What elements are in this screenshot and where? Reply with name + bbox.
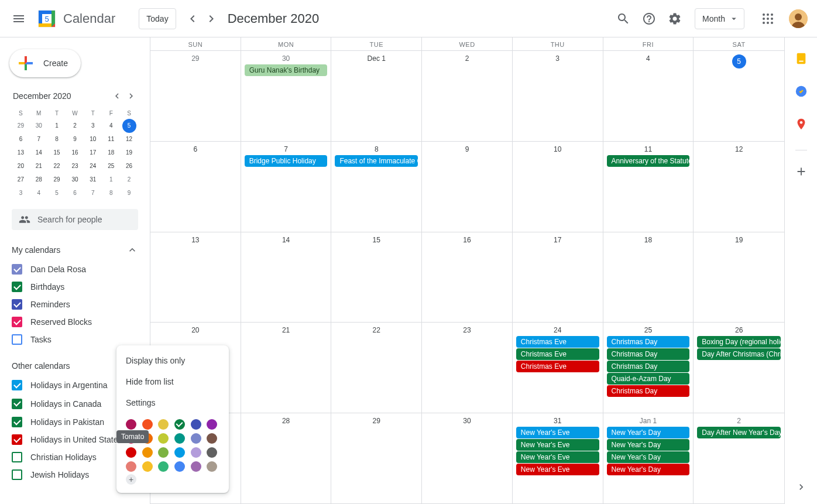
- day-cell[interactable]: 25Christmas DayChristmas DayChristmas Da…: [603, 323, 694, 413]
- calendar-checkbox[interactable]: [12, 417, 22, 427]
- calendar-checkbox[interactable]: [12, 282, 22, 292]
- day-number[interactable]: 12: [695, 143, 783, 155]
- collapse-panel-button[interactable]: [795, 481, 807, 495]
- mini-day-cell[interactable]: 3: [12, 186, 30, 200]
- event-chip[interactable]: Boxing Day (regional holiday): [697, 336, 781, 348]
- day-cell[interactable]: 26Boxing Day (regional holiday)Day After…: [694, 323, 784, 413]
- mini-day-cell[interactable]: 5: [48, 186, 66, 200]
- day-cell[interactable]: 22: [331, 323, 422, 413]
- maps-button[interactable]: [789, 112, 813, 136]
- day-number[interactable]: 24: [514, 324, 602, 335]
- day-number[interactable]: 26: [695, 324, 783, 335]
- mini-day-cell[interactable]: 23: [66, 159, 84, 173]
- day-number[interactable]: 9: [423, 143, 511, 155]
- event-chip[interactable]: New Year's Day: [607, 439, 690, 451]
- day-cell[interactable]: 18: [603, 232, 694, 323]
- color-swatch[interactable]: [126, 419, 136, 430]
- day-number[interactable]: 4: [605, 52, 692, 64]
- color-swatch[interactable]: [207, 447, 217, 458]
- mini-day-cell[interactable]: 7: [30, 132, 48, 146]
- context-menu-item[interactable]: Display this only: [116, 350, 229, 371]
- color-swatch[interactable]: [142, 461, 153, 472]
- mini-day-cell[interactable]: 15: [48, 146, 66, 159]
- day-number[interactable]: 29: [152, 52, 239, 64]
- day-number[interactable]: 6: [152, 143, 239, 155]
- day-cell[interactable]: 21: [241, 323, 332, 413]
- event-chip[interactable]: New Year's Eve: [516, 464, 599, 475]
- calendar-item[interactable]: Reserved Blocks: [12, 313, 138, 331]
- mini-day-cell[interactable]: 11: [102, 132, 120, 146]
- mini-day-cell[interactable]: 7: [84, 186, 102, 200]
- day-cell[interactable]: 11Anniversary of the Statute of Westmins…: [603, 142, 694, 232]
- color-swatch[interactable]: [191, 433, 201, 444]
- event-chip[interactable]: Anniversary of the Statute of Westminste…: [607, 155, 690, 167]
- day-cell[interactable]: 16: [422, 232, 513, 323]
- mini-day-cell[interactable]: 30: [66, 173, 84, 186]
- day-cell[interactable]: 3: [513, 51, 603, 141]
- mini-day-cell[interactable]: 21: [30, 159, 48, 173]
- search-people-input[interactable]: Search for people: [12, 209, 138, 230]
- add-color-button[interactable]: +: [126, 474, 136, 485]
- event-chip[interactable]: New Year's Day: [607, 451, 690, 463]
- color-swatch[interactable]: [174, 433, 185, 444]
- mini-day-cell[interactable]: 29: [12, 119, 30, 132]
- event-chip[interactable]: New Year's Eve: [516, 451, 599, 463]
- color-swatch[interactable]: [207, 419, 217, 430]
- day-cell[interactable]: 19: [694, 232, 784, 323]
- day-number[interactable]: 18: [605, 234, 692, 245]
- color-swatch[interactable]: [191, 447, 201, 458]
- day-number[interactable]: 23: [423, 324, 511, 335]
- google-apps-button[interactable]: [756, 7, 780, 30]
- color-swatch[interactable]: [158, 461, 169, 472]
- day-cell[interactable]: 7Bridge Public Holiday: [241, 142, 332, 232]
- calendar-checkbox[interactable]: [12, 469, 22, 480]
- calendar-item[interactable]: Reminders: [12, 296, 138, 313]
- calendar-checkbox[interactable]: [12, 380, 22, 390]
- today-button[interactable]: Today: [139, 8, 176, 29]
- mini-day-cell[interactable]: 31: [84, 173, 102, 186]
- create-button[interactable]: Create: [9, 49, 81, 77]
- day-number[interactable]: 19: [695, 234, 783, 245]
- day-cell[interactable]: 15: [331, 232, 422, 323]
- calendar-checkbox[interactable]: [12, 299, 22, 310]
- color-swatch[interactable]: [174, 461, 185, 472]
- day-cell[interactable]: 17: [513, 232, 603, 323]
- color-swatch[interactable]: [158, 419, 169, 430]
- day-cell[interactable]: 8Feast of the Immaculate Conception: [331, 142, 422, 232]
- mini-day-cell[interactable]: 12: [120, 132, 138, 146]
- calendar-checkbox[interactable]: [12, 452, 22, 462]
- my-calendars-toggle[interactable]: My calendars: [12, 239, 138, 260]
- mini-day-cell[interactable]: 1: [48, 119, 66, 132]
- mini-next-button[interactable]: [124, 89, 138, 103]
- day-cell[interactable]: 2: [422, 51, 513, 141]
- search-button[interactable]: [612, 7, 635, 30]
- day-number[interactable]: 22: [332, 324, 420, 335]
- day-cell[interactable]: 4: [603, 51, 694, 141]
- day-number[interactable]: 20: [152, 324, 239, 335]
- mini-day-cell[interactable]: 18: [102, 146, 120, 159]
- event-chip[interactable]: Day After Christmas (Christmas Holiday): [697, 348, 781, 360]
- color-swatch[interactable]: [158, 447, 169, 458]
- context-menu-item[interactable]: Settings: [116, 392, 229, 413]
- event-chip[interactable]: Christmas Eve: [516, 361, 599, 372]
- day-cell[interactable]: 14: [241, 232, 332, 323]
- add-addon-button[interactable]: [789, 160, 813, 183]
- main-menu-button[interactable]: [5, 5, 33, 33]
- day-number[interactable]: 28: [242, 414, 330, 426]
- day-cell[interactable]: 29: [331, 413, 422, 503]
- event-chip[interactable]: Guru Nanak's Birthday: [245, 64, 328, 76]
- mini-day-cell[interactable]: 9: [120, 186, 138, 200]
- mini-day-cell[interactable]: 8: [102, 186, 120, 200]
- mini-day-cell[interactable]: 9: [66, 132, 84, 146]
- mini-day-cell[interactable]: 20: [12, 159, 30, 173]
- mini-day-cell[interactable]: 22: [48, 159, 66, 173]
- day-number[interactable]: 30: [423, 414, 511, 426]
- day-number[interactable]: 13: [152, 234, 239, 245]
- event-chip[interactable]: Christmas Day: [607, 361, 690, 372]
- context-menu-item[interactable]: Hide from list: [116, 371, 229, 392]
- mini-day-cell[interactable]: 2: [120, 173, 138, 186]
- calendar-item[interactable]: Dan Dela Rosa: [12, 260, 138, 278]
- color-swatch[interactable]: [207, 461, 217, 472]
- event-chip[interactable]: New Year's Day: [607, 427, 690, 438]
- day-number[interactable]: 14: [242, 234, 330, 245]
